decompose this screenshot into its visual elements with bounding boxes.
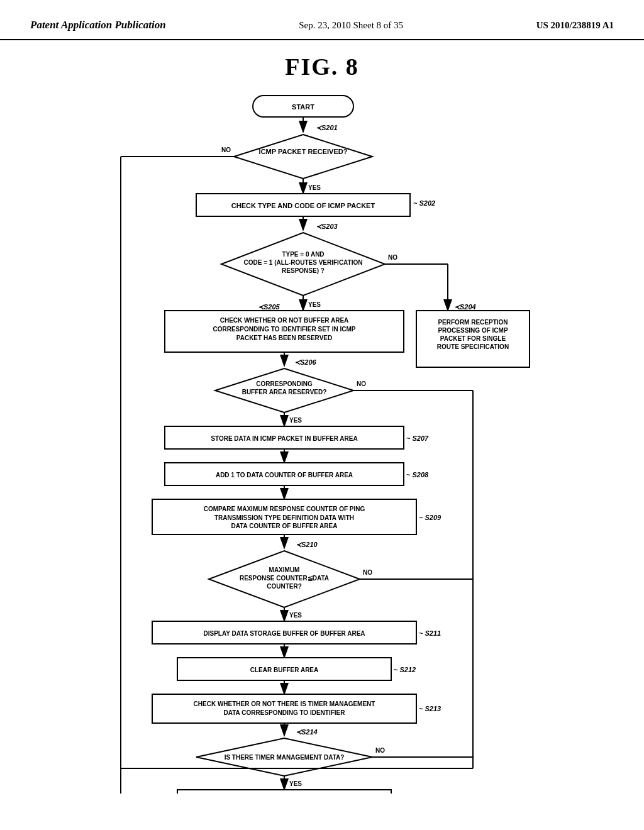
yes-s201: YES (308, 184, 321, 191)
s202-text: CHECK TYPE AND CODE OF ICMP PACKET (231, 202, 375, 209)
s202-label: ~ S202 (413, 199, 435, 207)
s207-t1: STORE DATA IN ICMP PACKET IN BUFFER AREA (211, 435, 357, 442)
svg-rect-39 (177, 790, 391, 794)
fig-title: FIG. 8 (285, 53, 359, 80)
s206-label: ≺S206 (294, 358, 317, 366)
page-header: Patent Application Publication Sep. 23, … (0, 0, 644, 40)
s205-t1: CHECK WHETHER OR NOT BUFFER AREA (220, 317, 349, 324)
s208-label: ~ S208 (406, 471, 429, 479)
s214-t1: IS THERE TIMER MANAGEMENT DATA? (225, 754, 345, 761)
diagram-container: FIG. 8 START ≺S201 ICMP PACKET RECEIVED?… (0, 40, 644, 812)
s203-label: ≺S203 (316, 223, 338, 230)
s209-t1: COMPARE MAXIMUM RESPONSE COUNTER OF PING (204, 506, 365, 512)
s213-label: ~ S213 (419, 705, 441, 712)
yes-s210: YES (289, 612, 302, 619)
s204-t3: PACKET FOR SINGLE (440, 335, 506, 342)
s212-t1: CLEAR BUFFER AREA (250, 667, 319, 673)
no-s203: NO (388, 254, 397, 261)
s206-t2: BUFFER AREA RESERVED? (242, 389, 327, 396)
no-s206: NO (357, 380, 366, 387)
s209-label: ~ S209 (419, 514, 441, 521)
start-label: START (292, 103, 314, 111)
no-s214: NO (375, 747, 385, 754)
header-center: Sep. 23, 2010 Sheet 8 of 35 (299, 18, 403, 31)
s210-t1: MAXIMUM (269, 567, 300, 573)
s207-label: ~ S207 (406, 434, 429, 442)
s204-label: ≺S204 (454, 303, 476, 311)
s214-label: ≺S214 (296, 728, 318, 736)
no-s210: NO (363, 569, 372, 576)
svg-rect-34 (152, 694, 416, 723)
s201-label: ≺S201 (316, 124, 338, 131)
flowchart-svg: START ≺S201 ICMP PACKET RECEIVED? YES NO… (83, 89, 561, 794)
no-s201: NO (221, 147, 231, 153)
s210-label: ≺S210 (296, 541, 318, 548)
s206-t1: CORRESPONDING (256, 380, 313, 387)
s213-t1: CHECK WHETHER OR NOT THERE IS TIMER MANA… (194, 700, 375, 707)
s203-t1: TYPE = 0 AND (282, 251, 324, 258)
s204-t4: ROUTE SPECIFICATION (437, 343, 509, 350)
s205-label: ≺S205 (258, 303, 280, 311)
yes-s214: YES (289, 780, 302, 787)
s209-t3: DATA COUNTER OF BUFFER AREA (231, 523, 338, 529)
s212-label: ~ S212 (394, 666, 416, 673)
header-left: Patent Application Publication (30, 18, 166, 33)
s203-t2: CODE = 1 (ALL-ROUTES VERIFICATION (244, 259, 363, 266)
svg-marker-4 (234, 135, 372, 179)
s205-t3: PACKET HAS BEEN RESERVED (236, 335, 332, 341)
s210-t2: RESPONSE COUNTER≦DATA (240, 575, 329, 582)
s204-t2: PROCESSING OF ICMP (438, 327, 508, 334)
s204-t1: PERFORM RECEPTION (438, 319, 508, 326)
s208-t1: ADD 1 TO DATA COUNTER OF BUFFER AREA (216, 472, 353, 479)
yes-s206: YES (289, 417, 302, 424)
s209-t2: TRANSMISSION TYPE DEFINITION DATA WITH (214, 514, 354, 521)
s205-t2: CORRESPONDING TO IDENTIFIER SET IN ICMP (213, 326, 355, 333)
header-right: US 2010/238819 A1 (536, 18, 614, 31)
yes-s203: YES (308, 301, 321, 308)
s213-t2: DATA CORRESPONDING TO IDENTIFIER (224, 709, 346, 716)
s211-t1: DISPLAY DATA STORAGE BUFFER OF BUFFER AR… (203, 630, 365, 637)
s203-t3: RESPONSE) ? (282, 267, 325, 274)
s210-t3: COUNTER? (267, 583, 302, 590)
s201-text: ICMP PACKET RECEIVED? (259, 148, 348, 155)
s211-label: ~ S211 (419, 629, 441, 637)
